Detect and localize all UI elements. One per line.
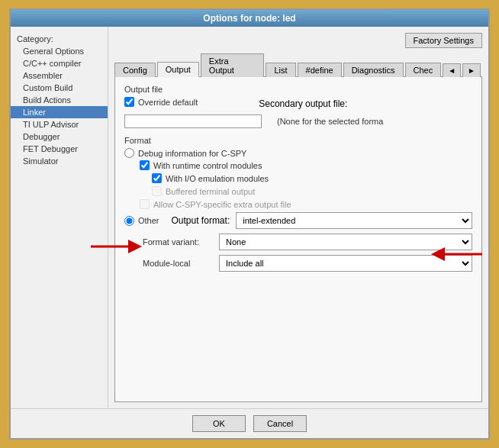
tabs-row: Config Output Extra Output List #define … <box>114 53 482 77</box>
buffered-terminal-label: Buffered terminal output <box>166 187 255 196</box>
tab-extra-output[interactable]: Extra Output <box>201 53 265 77</box>
sidebar-item-linker[interactable]: Linker <box>11 106 108 118</box>
sidebar-item-cpp-compiler[interactable]: C/C++ compiler <box>11 57 108 69</box>
format-variant-label: Format variant: <box>143 237 219 247</box>
dialog-footer: OK Cancel <box>11 408 488 438</box>
tab-define[interactable]: #define <box>298 63 342 77</box>
sidebar-item-ti-ulp[interactable]: TI ULP Advisor <box>11 118 108 131</box>
allow-cspy-checkbox[interactable] <box>140 199 150 209</box>
sidebar-item-general-options[interactable]: General Options <box>11 45 108 57</box>
allow-cspy-row: Allow C-SPY-specific extra output file <box>140 199 472 209</box>
io-emulation-checkbox[interactable] <box>152 173 162 183</box>
main-dialog: Options for node: led Category: General … <box>9 8 490 440</box>
factory-settings-row: Factory Settings <box>114 33 482 48</box>
sidebar-category-label: Category: <box>11 33 108 45</box>
debug-info-row: Debug information for C-SPY <box>124 148 472 158</box>
output-input-row: led.hex (None for the selected forma <box>124 114 472 128</box>
right-arrow-icon <box>429 243 482 266</box>
title-bar: Options for node: led <box>11 10 488 27</box>
io-emulation-row: With I/O emulation modules <box>152 173 472 183</box>
output-format-label: Output format: <box>172 215 230 226</box>
sidebar-item-simulator[interactable]: Simulator <box>11 155 108 167</box>
other-label: Other <box>138 216 159 225</box>
tab-check[interactable]: Chec <box>405 63 442 77</box>
override-default-label: Override default <box>138 98 198 107</box>
runtime-modules-label: With runtime control modules <box>153 161 262 170</box>
buffered-terminal-row: Buffered terminal output <box>152 186 472 196</box>
other-row: Other Output format: intel-extended moto… <box>124 212 472 229</box>
buffered-terminal-checkbox[interactable] <box>152 186 162 196</box>
debug-info-radio[interactable] <box>124 148 134 158</box>
override-default-checkbox[interactable] <box>124 97 134 107</box>
secondary-output-label: Secondary output file: <box>259 98 347 109</box>
sidebar-item-assembler[interactable]: Assembler <box>11 69 108 82</box>
output-file-row: Override default Secondary output file: <box>124 97 472 110</box>
output-file-section: Output file Override default Secondary o… <box>124 85 472 128</box>
output-format-select[interactable]: intel-extended motorola raw-binary elf <box>236 212 472 229</box>
left-arrow-icon <box>91 235 144 258</box>
runtime-modules-checkbox[interactable] <box>140 160 150 170</box>
debug-info-label: Debug information for C-SPY <box>138 149 246 158</box>
secondary-value: (None for the selected forma <box>277 117 383 126</box>
allow-cspy-label: Allow C-SPY-specific extra output file <box>153 200 291 209</box>
io-emulation-label: With I/O emulation modules <box>166 174 269 183</box>
tab-output[interactable]: Output <box>157 62 199 77</box>
tab-list[interactable]: List <box>266 63 295 77</box>
override-default-row: Override default <box>124 97 198 107</box>
tab-more-button[interactable]: ◄ <box>443 63 461 77</box>
module-local-row: Module-local Include all Include used Ex… <box>143 255 472 272</box>
dialog-content: Category: General Options C/C++ compiler… <box>11 27 488 408</box>
tab-diagnostics[interactable]: Diagnostics <box>343 63 404 77</box>
sidebar-item-debugger[interactable]: Debugger <box>11 131 108 143</box>
runtime-modules-row: With runtime control modules <box>140 160 472 170</box>
tab-next-button[interactable]: ► <box>462 63 481 77</box>
cancel-button[interactable]: Cancel <box>253 415 307 432</box>
output-file-label: Output file <box>124 85 472 94</box>
sidebar-item-custom-build[interactable]: Custom Build <box>11 82 108 94</box>
main-panel: Factory Settings Config Output Extra Out… <box>108 27 488 408</box>
factory-settings-button[interactable]: Factory Settings <box>405 33 482 48</box>
tab-content: Output file Override default Secondary o… <box>114 77 482 402</box>
ok-button[interactable]: OK <box>192 415 246 432</box>
output-format-inline: Output format: intel-extended motorola r… <box>172 212 472 229</box>
module-local-label: Module-local <box>143 259 219 268</box>
sidebar-item-fet-debugger[interactable]: FET Debugger <box>11 143 108 155</box>
format-section-label: Format <box>124 136 472 145</box>
sidebar-item-build-actions[interactable]: Build Actions <box>11 94 108 106</box>
tab-config[interactable]: Config <box>114 63 156 77</box>
sidebar: Category: General Options C/C++ compiler… <box>11 27 108 408</box>
format-variant-row: Format variant: None 16-bit 32-bit <box>143 234 472 250</box>
other-radio[interactable] <box>124 216 134 226</box>
output-filename-input[interactable]: led.hex <box>124 114 262 128</box>
dialog-title: Options for node: led <box>203 13 295 24</box>
format-section: Format Debug information for C-SPY With … <box>124 136 472 272</box>
